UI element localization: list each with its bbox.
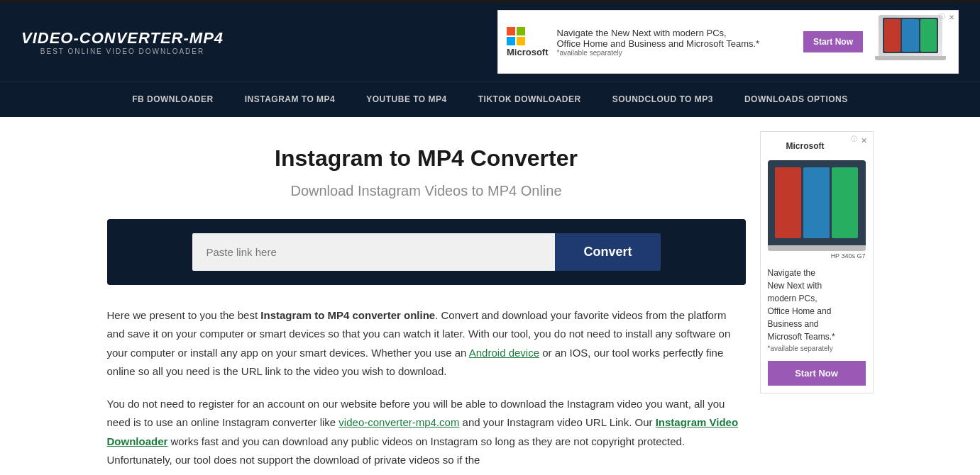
laptop-screen-container: [879, 15, 942, 56]
nav-instagram-mp4[interactable]: INSTAGRAM TO MP4: [229, 82, 351, 117]
side-laptop-base: [768, 245, 866, 251]
ad-headline2: Office Home and Business and Microsoft T…: [557, 38, 795, 49]
p2-middle: and your Instagram video URL Link. Our: [459, 416, 655, 428]
side-person-1: [775, 167, 801, 238]
ad-headline1: Navigate the New Next with modern PCs,: [557, 28, 795, 38]
side-ms-sq-red: [768, 139, 774, 145]
side-ms-sq-yellow: [776, 147, 782, 153]
side-laptop-label: HP 340s G7: [768, 252, 866, 259]
side-ad-line3: modern PCs,: [768, 292, 866, 305]
paragraph-1: Here we present to you the best Instagra…: [107, 306, 746, 381]
side-ad-line2: New Next with: [768, 279, 866, 292]
body-text: Here we present to you the best Instagra…: [107, 306, 746, 469]
person-3: [920, 19, 937, 52]
header: VIDEO-CONVERTER-MP4 BEST ONLINE VIDEO DO…: [0, 3, 980, 81]
page-wrapper: Instagram to MP4 Converter Download Inst…: [0, 117, 980, 475]
ad-disclaimer: *available separately: [557, 49, 795, 57]
nav-fb-downloader[interactable]: FB DOWNLOADER: [116, 82, 229, 117]
nav-soundcloud-mp3[interactable]: SOUNDCLOUD TO MP3: [597, 82, 729, 117]
converter-box: Convert: [107, 219, 746, 285]
page-title: Instagram to MP4 Converter: [107, 145, 746, 172]
convert-button[interactable]: Convert: [555, 233, 660, 271]
p1-prefix: Here we present to you the best: [107, 309, 261, 321]
laptop-screen: [883, 18, 938, 53]
side-ad-line1: Navigate the: [768, 267, 866, 279]
side-ad-line4: Office Home and: [768, 305, 866, 318]
laptop-label-top: HP 340s G7: [893, 62, 928, 69]
ad-close-button[interactable]: ✕: [947, 12, 957, 22]
side-cta-button[interactable]: Start Now: [768, 361, 866, 386]
side-ms-brand: Microsoft: [786, 141, 825, 151]
sidebar: ⓘ ✕ Microsoft: [760, 131, 874, 475]
side-ad-close-button[interactable]: ✕: [859, 135, 870, 146]
person-2: [902, 19, 918, 52]
nav-tiktok-downloader[interactable]: TIKTOK DOWNLOADER: [463, 82, 597, 117]
site-link[interactable]: video-converter-mp4.com: [338, 416, 459, 428]
logo-subtitle: BEST ONLINE VIDEO DOWNLOADER: [40, 48, 204, 55]
side-laptop: HP 340s G7: [768, 160, 866, 259]
side-ms-sq-blue: [768, 147, 774, 153]
ad-top-text: Navigate the New Next with modern PCs, O…: [557, 28, 795, 57]
converter-inner: Convert: [192, 233, 661, 271]
ms-sq-yellow: [517, 37, 525, 45]
page-subtitle: Download Instagram Videos to MP4 Online: [107, 183, 746, 199]
person-1: [884, 19, 901, 52]
side-ad-line5: Business and: [768, 318, 866, 330]
laptop-base: [875, 56, 946, 60]
side-ad-line6: Microsoft Teams.*: [768, 330, 866, 343]
side-screen-inner: [772, 164, 860, 241]
ad-info-icon[interactable]: ⓘ: [939, 12, 945, 21]
side-ad-text: Navigate the New Next with modern PCs, O…: [768, 267, 866, 354]
side-ad: ⓘ ✕ Microsoft: [760, 131, 874, 393]
ms-logo-top: Microsoft: [507, 27, 549, 57]
paragraph-2: You do not need to register for an accou…: [107, 395, 746, 469]
side-person-2: [803, 167, 830, 238]
side-person-3: [832, 167, 858, 238]
p1-bold: Instagram to MP4 converter online: [260, 309, 435, 321]
side-ms-sq-green: [776, 139, 782, 145]
side-ad-info-icon[interactable]: ⓘ: [851, 135, 857, 144]
side-ms-grid: [768, 139, 782, 153]
ad-top-cta-button[interactable]: Start Now: [803, 31, 863, 52]
main-nav: FB DOWNLOADER INSTAGRAM TO MP4 YOUTUBE T…: [0, 81, 980, 117]
nav-youtube-mp4[interactable]: YOUTUBE TO MP4: [351, 82, 462, 117]
side-laptop-screen: [768, 160, 866, 245]
ms-sq-red: [507, 27, 515, 35]
p2-suffix: works fast and you can download any publ…: [107, 435, 686, 466]
logo-title: VIDEO-CONVERTER-MP4: [21, 29, 224, 48]
ms-sq-blue: [507, 37, 515, 45]
android-link[interactable]: Android device: [469, 347, 539, 359]
url-input[interactable]: [192, 233, 556, 271]
top-ad-banner: Microsoft Navigate the New Next with mod…: [497, 10, 959, 74]
side-ad-disclaimer: *available separately: [768, 343, 866, 354]
ms-brand-top: Microsoft: [507, 47, 549, 57]
logo: VIDEO-CONVERTER-MP4 BEST ONLINE VIDEO DO…: [21, 29, 224, 55]
main-content: Instagram to MP4 Converter Download Inst…: [107, 131, 746, 475]
ms-sq-green: [517, 27, 525, 35]
screen-people: [883, 18, 938, 53]
nav-downloads-options[interactable]: DOWNLOADS OPTIONS: [729, 82, 864, 117]
ad-laptop-image: HP 340s G7: [871, 15, 949, 69]
